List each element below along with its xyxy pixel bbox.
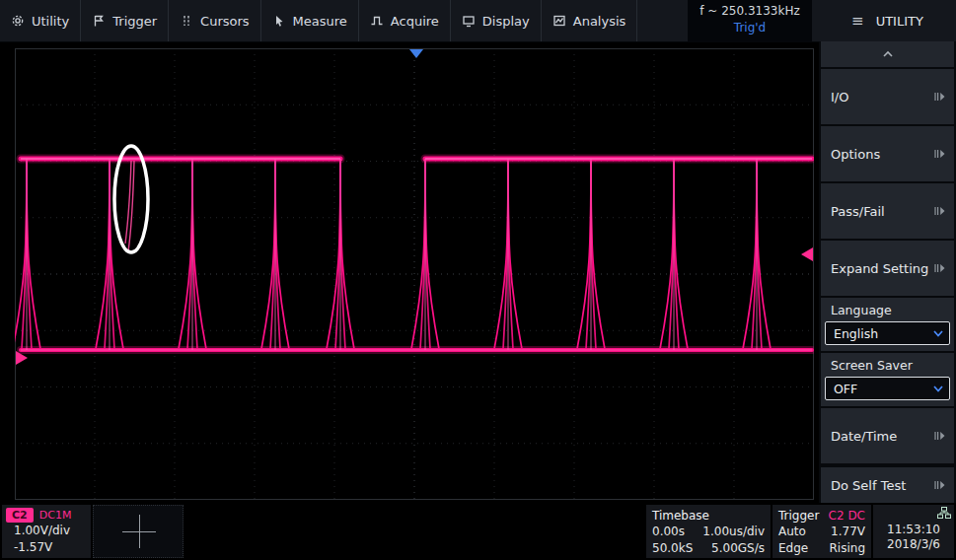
waveform-display[interactable] — [15, 48, 814, 500]
panel-item-io[interactable]: I/O — [821, 69, 954, 124]
frequency-value: f ~ 250.3133kHz — [688, 4, 812, 18]
flag-icon — [92, 14, 106, 28]
analysis-icon — [552, 14, 566, 28]
menu-label: Trigger — [112, 14, 157, 29]
chevron-down-icon — [933, 330, 943, 337]
expand-arrow-icon — [934, 149, 946, 159]
trigger-source: C2 DC — [829, 508, 865, 524]
reference-box[interactable] — [93, 505, 184, 558]
timebase-rate: 5.00GS/s — [711, 540, 765, 557]
expand-arrow-icon — [934, 480, 946, 490]
menu-label: Acquire — [391, 14, 439, 29]
language-section: Language English — [821, 298, 954, 351]
display-icon — [462, 14, 476, 28]
expand-arrow-icon — [934, 431, 946, 441]
screen-saver-dropdown[interactable]: OFF — [825, 377, 950, 400]
menu-display[interactable]: Display — [451, 0, 542, 41]
trigger-type: Edge — [778, 540, 808, 557]
panel-item-label: Options — [831, 147, 880, 162]
screen-saver-value: OFF — [834, 382, 857, 396]
menu-label: Analysis — [573, 14, 626, 29]
menu-label: Measure — [293, 14, 347, 29]
channel-badge: C2 — [6, 508, 34, 523]
trace-layer — [15, 159, 812, 350]
frequency-readout: f ~ 250.3133kHz Trig'd — [688, 0, 812, 41]
panel-item-date-time[interactable]: Date/Time — [821, 408, 954, 463]
expand-arrow-icon — [934, 263, 946, 273]
menu-acquire[interactable]: Acquire — [359, 0, 451, 41]
channel-offset: -1.57V — [2, 539, 91, 556]
timebase-delay: 0.00s — [652, 524, 685, 540]
trigger-slope: Rising — [830, 540, 865, 557]
channel-scale: 1.00V/div — [2, 523, 91, 539]
timebase-title: Timebase — [652, 508, 765, 524]
network-icon — [937, 507, 951, 519]
trigger-box[interactable]: Trigger C2 DC Auto 1.77V Edge Rising — [772, 505, 871, 558]
grid-layer — [15, 48, 814, 500]
language-dropdown[interactable]: English — [825, 321, 950, 345]
panel-item-options[interactable]: Options — [821, 126, 954, 181]
expand-arrow-icon — [934, 206, 946, 216]
top-menu-bar: Utility Trigger Cursors Measure Acquire — [0, 0, 956, 42]
menu-trigger[interactable]: Trigger — [81, 0, 169, 41]
acquire-icon — [370, 14, 384, 28]
menu-label: Cursors — [200, 14, 250, 29]
language-label: Language — [825, 301, 950, 321]
menu-analysis[interactable]: Analysis — [542, 0, 638, 41]
gear-icon — [11, 14, 25, 28]
panel-item-label: Expand Setting — [831, 261, 928, 276]
measure-icon — [272, 14, 286, 28]
channel-info-box[interactable]: C2 DC1M 1.00V/div -1.57V — [2, 505, 91, 558]
trigger-level: 1.77V — [831, 524, 865, 540]
bottom-status-bar: C2 DC1M 1.00V/div -1.57V Timebase 0.00s … — [0, 503, 956, 560]
panel-item-do-self-test[interactable]: Do Self Test — [821, 467, 954, 503]
clock-time: 11:53:10 — [873, 523, 954, 537]
waveform-svg — [15, 48, 814, 500]
expand-arrow-icon — [934, 92, 946, 102]
language-value: English — [834, 326, 878, 341]
screen-saver-section: Screen Saver OFF — [821, 353, 954, 406]
trigger-level-marker[interactable] — [801, 247, 813, 261]
panel-item-label: Do Self Test — [831, 478, 906, 493]
trigger-mode: Auto — [778, 524, 806, 540]
menu-label: Utility — [32, 14, 69, 29]
menu-measure[interactable]: Measure — [261, 0, 359, 41]
cursors-icon — [180, 14, 193, 28]
trigger-status: Trig'd — [688, 21, 812, 35]
timebase-scale: 1.00us/div — [702, 524, 765, 540]
panel-scroll-up[interactable] — [821, 41, 954, 67]
menu-icon[interactable]: ≡ — [851, 12, 864, 30]
oscilloscope-screen: Utility Trigger Cursors Measure Acquire — [0, 0, 956, 560]
trigger-position-marker[interactable] — [409, 49, 423, 58]
panel-title: UTILITY — [876, 14, 923, 29]
panel-item-expand-setting[interactable]: Expand Setting — [821, 241, 954, 296]
menu-cursors[interactable]: Cursors — [169, 0, 261, 41]
clock-date: 2018/3/6 — [873, 537, 954, 551]
chevron-down-icon — [933, 385, 943, 392]
panel-item-label: Date/Time — [831, 429, 897, 444]
timebase-points: 50.0kS — [652, 540, 693, 557]
menu-label: Display — [482, 14, 530, 29]
channel-coupling: DC1M — [39, 509, 72, 522]
chevron-up-icon — [882, 50, 894, 58]
utility-panel-header: ≡ UTILITY — [819, 0, 956, 41]
trigger-title: Trigger — [778, 508, 819, 524]
crosshair-icon — [139, 515, 140, 548]
menu-utility[interactable]: Utility — [0, 0, 81, 41]
panel-item-label: Pass/Fail — [831, 204, 885, 219]
screen-saver-label: Screen Saver — [825, 356, 950, 377]
clock-box: 11:53:10 2018/3/6 — [873, 505, 954, 558]
panel-item-label: I/O — [831, 90, 848, 105]
panel-item-pass-fail[interactable]: Pass/Fail — [821, 183, 954, 239]
timebase-box[interactable]: Timebase 0.00s 1.00us/div 50.0kS 5.00GS/… — [646, 505, 771, 558]
